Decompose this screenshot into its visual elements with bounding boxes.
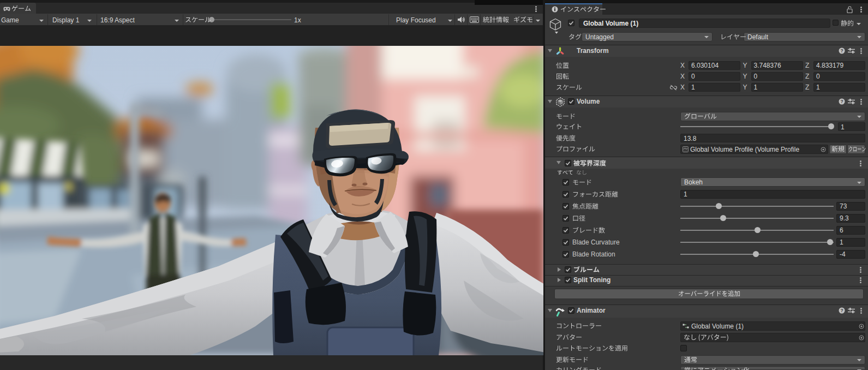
svg-text:?: ?: [840, 308, 843, 313]
svg-text:?: ?: [840, 48, 843, 53]
svg-text:?: ?: [840, 99, 843, 104]
